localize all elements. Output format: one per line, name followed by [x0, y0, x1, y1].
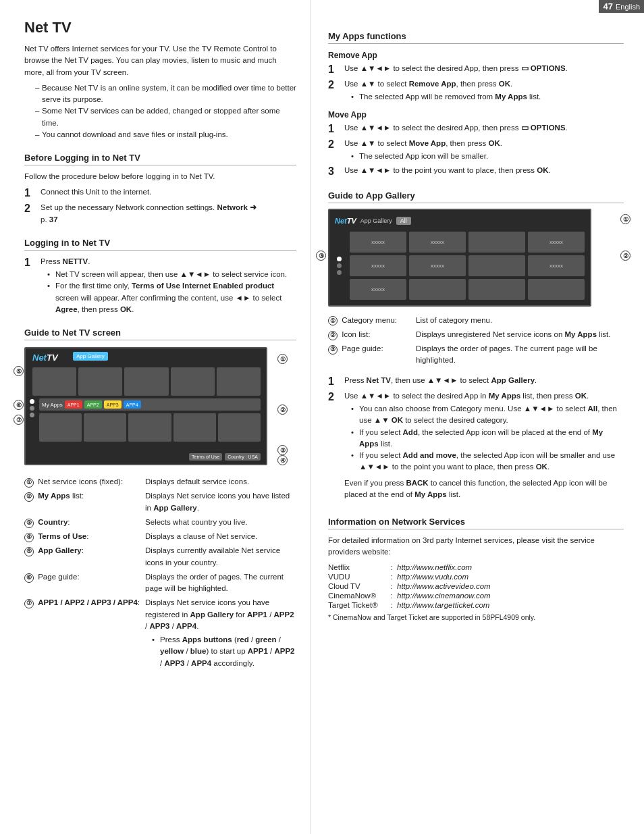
- app3-cell: APP3: [104, 400, 122, 409]
- ag-header: NetTV App Gallery All: [335, 213, 585, 228]
- before-login-step-1: 1 Connect this Unit to the internet.: [24, 186, 296, 199]
- step-num-1: 1: [24, 186, 36, 199]
- service-colon-3: :: [389, 581, 397, 591]
- remove-step-num-1: 1: [328, 63, 340, 76]
- ag-callout-2: ②: [620, 251, 630, 261]
- ag-cell-10: [409, 279, 466, 300]
- annotation-label-6: ⑥ Page guide:: [24, 570, 145, 596]
- ag-logo: NetTV: [335, 217, 356, 225]
- remove-step-content-2: Use ▲▼ to select Remove App, then press …: [344, 78, 624, 103]
- callout-circle-4: ④: [277, 455, 288, 465]
- ag-cell-8: xxxxx: [528, 255, 585, 276]
- annotation-row-2: ② My Apps list: Displays Net service ico…: [24, 489, 296, 515]
- anno-7-bullet: • Press Apps buttons (red / green / yell…: [152, 634, 296, 669]
- annotation-row-4: ④ Terms of Use: Displays a clause of Net…: [24, 529, 296, 544]
- ag-cell-2: xxxxx: [409, 232, 466, 253]
- ag-page-guide: [333, 232, 344, 300]
- move-app-steps: 1 Use ▲▼◄► to select the desired App, th…: [328, 122, 624, 178]
- nettv-diagram-container: NetTV App Gallery: [24, 347, 308, 465]
- remove-app-title: Remove App: [328, 51, 624, 60]
- icon-cell-r2-4: [173, 413, 216, 442]
- icon-cell-1: [32, 367, 76, 396]
- ag-callout-1: ①: [620, 214, 630, 225]
- ag-annotation-row-2: ② Icon list: Displays unregistered Net s…: [328, 328, 624, 342]
- remove-step-content-1: Use ▲▼◄► to select the desired App, then…: [344, 63, 624, 74]
- move-bullet-1: The selected App icon will be smaller.: [351, 151, 624, 162]
- service-row-vudu: VUDU : http://www.vudu.com: [328, 572, 624, 581]
- icon-cell-r2-2: [84, 413, 126, 442]
- annotation-row-1: ① Net service icons (fixed): Displays de…: [24, 475, 296, 489]
- move-step-1: 1 Use ▲▼◄► to select the desired App, th…: [328, 122, 624, 135]
- page-number: 47: [603, 1, 612, 11]
- desc-num-7: ⑦: [24, 599, 34, 608]
- move-step-content-1: Use ▲▼◄► to select the desired App, then…: [344, 122, 624, 134]
- annotation-label-2: ② My Apps list:: [24, 489, 145, 515]
- ag-tab-active: All: [396, 217, 411, 225]
- right-column: My Apps functions Remove App 1 Use ▲▼◄► …: [311, 0, 644, 834]
- ag-cell-4: xxxxx: [528, 232, 585, 253]
- ag-cell-6: xxxxx: [409, 255, 466, 276]
- ag-callout-circle-2: ②: [620, 251, 630, 261]
- step-num-2: 2: [24, 202, 36, 215]
- service-colon-1: :: [389, 563, 397, 572]
- ag-callout-3: ③: [316, 251, 326, 261]
- login-step-num: 1: [24, 256, 36, 269]
- bullet-2: Some Net TV services can be added, chang…: [35, 105, 296, 129]
- intro-text: Net TV offers Internet services for your…: [24, 43, 296, 78]
- callout-circle-2: ②: [277, 405, 288, 415]
- app1-cell: APP1: [65, 400, 82, 409]
- services-table: Netflix : http://www.netflix.com VUDU : …: [328, 563, 624, 610]
- app2-cell: APP2: [84, 400, 102, 409]
- ag-tab-label: App Gallery: [360, 217, 392, 224]
- annotation-desc-6: Displays the order of pages. The current…: [145, 570, 296, 596]
- service-colon-4: :: [389, 591, 397, 600]
- desc-num-6: ⑥: [24, 573, 34, 583]
- service-row-targetticket: Target Ticket® : http://www.targetticket…: [328, 600, 624, 610]
- ag-cell-label-4: xxxxx: [549, 239, 563, 245]
- appgallery-diagram: NetTV App Gallery All xxxxx xxxxx xxxxx …: [328, 209, 591, 307]
- annotation-desc-5: Displays currently available Net service…: [145, 544, 296, 570]
- section-guide-title: Guide to Net TV screen: [24, 328, 296, 340]
- service-name-vudu: VUDU: [328, 572, 389, 581]
- ag-note: Even if you press BACK to cancel this fu…: [344, 477, 624, 501]
- main-title: Net TV: [24, 19, 296, 36]
- ag-grid: xxxxx xxxxx xxxxx xxxxx xxxxx xxxxx xxxx…: [350, 232, 585, 300]
- desc-num-3: ③: [24, 519, 34, 528]
- ag-cell-5: xxxxx: [350, 255, 406, 276]
- app4-cell: APP4: [124, 400, 141, 409]
- login-bullet-2: For the first time only, Terms of Use In…: [47, 280, 296, 315]
- callout-circle-5: ⑤: [14, 366, 24, 376]
- move-step-num-2: 2: [328, 138, 340, 151]
- fixed-icons-row: [32, 367, 261, 396]
- remove-step-2: 2 Use ▲▼ to select Remove App, then pres…: [328, 78, 624, 103]
- terms-btn: Terms of Use: [189, 453, 222, 461]
- ag-cell-label-9: xxxxx: [371, 286, 385, 292]
- service-colon-2: :: [389, 572, 397, 581]
- network-intro: For detailed information on 3rd party In…: [328, 535, 624, 558]
- network-section-title: Information on Network Services: [328, 517, 624, 529]
- login-steps: 1 Press NETTV. Net TV screen will appear…: [24, 256, 296, 315]
- icon-row-2: [39, 413, 261, 442]
- ag-cell-label-5: xxxxx: [371, 263, 385, 269]
- service-url-netflix: http://www.netflix.com: [397, 563, 624, 572]
- callout-circle-3: ③: [277, 445, 288, 455]
- page-dot-1: [30, 406, 34, 411]
- ag-annotation-desc-1: List of category menu.: [416, 313, 624, 328]
- service-row-cinemanow: CinemaNow® : http://www.cinemanow.com: [328, 591, 624, 600]
- ag-cell-9: xxxxx: [350, 279, 406, 300]
- service-url-cinemanow: http://www.cinemanow.com: [397, 591, 624, 600]
- section-before-login-title: Before Logging in to Net TV: [24, 153, 296, 165]
- callout-4: ④: [277, 455, 288, 465]
- move-step-content-2: Use ▲▼ to select Move App, then press OK…: [344, 138, 624, 163]
- ag-annotation-label-3: ③ Page guide:: [328, 342, 416, 368]
- ag-annotation-label-1: ① Category menu:: [328, 313, 416, 328]
- annotation-row-7: ⑦ APP1 / APP2 / APP3 / APP4: Displays Ne…: [24, 596, 296, 671]
- left-column: Net TV Net TV offers Internet services f…: [0, 0, 311, 834]
- ag-cell-label-1: xxxxx: [371, 239, 385, 245]
- icon-cell-5: [217, 367, 261, 396]
- bullet-3: You cannot download and save files or in…: [35, 129, 296, 140]
- page-language: English: [616, 3, 640, 11]
- ag-cell-label-6: xxxxx: [431, 263, 444, 269]
- ag-desc-num-2: ②: [328, 331, 338, 340]
- myapps-bar: My Apps APP1 APP2 APP3 APP4: [39, 398, 261, 411]
